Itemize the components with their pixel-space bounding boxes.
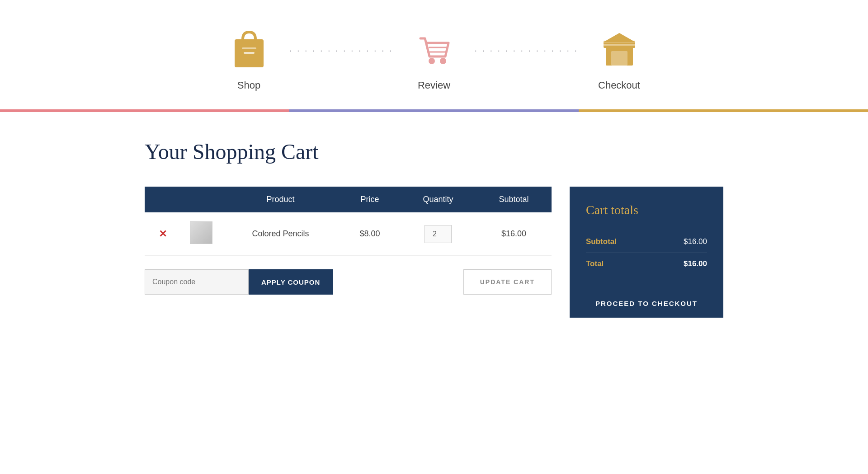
quantity-cell [400,212,476,256]
cart-table-header: Product Price Quantity Subtotal [145,187,552,212]
color-bar-red [0,109,289,112]
total-row: Total $16.00 [586,253,707,275]
svg-rect-10 [604,44,635,46]
svg-rect-11 [611,51,627,66]
step-checkout-label: Checkout [598,80,640,91]
cart-totals-title: Cart totals [586,203,707,217]
image-cell [181,212,222,256]
svg-marker-12 [604,33,635,42]
total-label: Total [586,259,604,268]
proceed-to-checkout-button[interactable]: PROCEED TO CHECKOUT [570,289,723,318]
col-price: Price [340,187,400,212]
update-cart-button[interactable]: UPDATE CART [463,269,552,295]
dots-2: · · · · · · · · · · · · · · [475,47,579,72]
color-bar-purple [289,109,579,112]
cart-layout: Product Price Quantity Subtotal ✕ [145,187,723,318]
table-row: ✕ Colored Pencils $8.00 $16.00 [145,212,552,256]
col-image [181,187,222,212]
cart-totals-panel: Cart totals Subtotal $16.00 Total $16.00… [570,187,723,318]
color-bar-gold [579,109,868,112]
page-title: Your Shopping Cart [145,139,723,164]
col-quantity: Quantity [400,187,476,212]
cart-table-body: ✕ Colored Pencils $8.00 $16.00 [145,212,552,256]
dots-1: · · · · · · · · · · · · · · [290,47,394,72]
step-shop-label: Shop [237,80,260,91]
subtotal-row: Subtotal $16.00 [586,231,707,253]
step-shop[interactable]: Shop [208,27,290,91]
col-subtotal: Subtotal [476,187,552,212]
main-content: Your Shopping Cart Product Price Quantit… [118,139,750,318]
step-review-label: Review [418,80,450,91]
coupon-input[interactable] [145,269,249,295]
svg-rect-1 [242,47,256,49]
remove-item-button[interactable]: ✕ [159,228,167,240]
svg-point-3 [429,58,435,64]
quantity-input[interactable] [425,225,452,243]
store-icon [597,27,642,72]
product-thumbnail [190,221,212,244]
subtotal-cell: $16.00 [476,212,552,256]
svg-point-4 [440,58,446,64]
step-checkout[interactable]: Checkout [579,27,660,91]
total-value: $16.00 [684,259,707,268]
col-product: Product [222,187,340,212]
cart-table: Product Price Quantity Subtotal ✕ [145,187,552,256]
subtotal-label: Subtotal [586,237,617,246]
col-remove [145,187,181,212]
subtotal-value: $16.00 [684,237,707,246]
step-review[interactable]: Review [393,27,475,91]
checkout-steps: Shop · · · · · · · · · · · · · · Review … [0,0,868,109]
price-cell: $8.00 [340,212,400,256]
color-bar [0,109,868,112]
svg-rect-2 [244,52,255,54]
remove-cell: ✕ [145,212,181,256]
bag-icon [226,27,272,72]
apply-coupon-button[interactable]: APPLY COUPON [249,269,333,295]
cart-actions: APPLY COUPON UPDATE CART [145,269,552,295]
cart-icon [411,27,457,72]
cart-table-section: Product Price Quantity Subtotal ✕ [145,187,552,295]
product-name-cell: Colored Pencils [222,212,340,256]
